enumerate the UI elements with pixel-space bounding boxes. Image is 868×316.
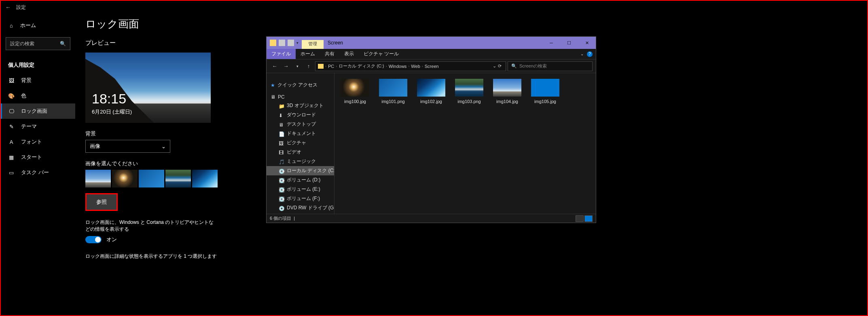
- nav-back-button[interactable]: ←: [270, 63, 279, 69]
- detail-text: ロック画面に詳細な状態を表示するアプリを 1 つ選択します: [85, 253, 218, 260]
- chevron-down-icon: ⌄: [161, 143, 166, 150]
- file-item[interactable]: img103.png: [454, 79, 484, 104]
- nav-up-button[interactable]: ↑: [304, 63, 313, 69]
- nav-start[interactable]: ▦スタート: [1, 150, 75, 165]
- home-link[interactable]: ⌂ ホーム: [1, 17, 75, 34]
- file-thumbnail: [417, 79, 445, 97]
- breadcrumb-item[interactable]: ローカル ディスク (C:): [339, 63, 384, 69]
- settings-search-input[interactable]: 設定の検索 🔍: [6, 37, 70, 50]
- hint-toggle[interactable]: オン: [85, 236, 218, 243]
- tree-item[interactable]: 💽ボリューム (D:): [267, 175, 334, 185]
- file-item[interactable]: img100.jpg: [340, 79, 370, 104]
- dvd-icon: 💿: [279, 206, 284, 211]
- tab-share[interactable]: 共有: [320, 49, 339, 59]
- explorer-body: ★クイック アクセス 🖥PC 📁3D オブジェクト ⬇ダウンロード 🖥デスクトッ…: [267, 73, 596, 214]
- settings-window: ← 設定 ⌂ ホーム 設定の検索 🔍 個人用設定 🖼背景 🎨色 🖵ロック画面 ✎…: [1, 1, 227, 315]
- start-icon: ▦: [8, 154, 15, 160]
- background-select[interactable]: 画像 ⌄: [85, 140, 170, 153]
- folder-icon[interactable]: [270, 40, 276, 46]
- pictures-icon: 🖼: [279, 141, 284, 145]
- preview-heading: プレビュー: [85, 39, 218, 47]
- nav-themes[interactable]: ✎テーマ: [1, 119, 75, 134]
- help-icon[interactable]: ?: [587, 51, 593, 57]
- explorer-titlebar[interactable]: ▾ 管理 Screen ─ ☐ ✕: [267, 37, 596, 49]
- nav-tree: ★クイック アクセス 🖥PC 📁3D オブジェクト ⬇ダウンロード 🖥デスクトッ…: [267, 73, 334, 214]
- tree-item[interactable]: 🎞ビデオ: [267, 147, 334, 157]
- document-icon: 📄: [279, 131, 284, 136]
- nav-history-icon[interactable]: ▾: [292, 64, 302, 68]
- download-icon: ⬇: [279, 113, 284, 118]
- refresh-icon[interactable]: ⟳: [498, 63, 502, 69]
- file-name: img105.jpg: [530, 99, 560, 104]
- nav-lockscreen[interactable]: 🖵ロック画面: [1, 103, 75, 119]
- tab-picture-tools[interactable]: ピクチャ ツール: [359, 49, 404, 59]
- search-icon: 🔍: [60, 41, 66, 46]
- tree-item[interactable]: 📄ドキュメント: [267, 129, 334, 138]
- breadcrumb-item[interactable]: Windows: [389, 64, 407, 69]
- drive-icon: 💽: [279, 196, 284, 201]
- choose-label: 画像を選んでください: [85, 160, 218, 167]
- tree-item[interactable]: 💽ボリューム (F:): [267, 194, 334, 203]
- file-item[interactable]: img104.jpg: [492, 79, 522, 104]
- icons-view-button[interactable]: [584, 215, 593, 222]
- quick-access-toolbar: ▾: [267, 37, 302, 49]
- preview-date: 6月20日 (土曜日): [92, 108, 132, 116]
- tree-item[interactable]: 🎵ミュージック: [267, 157, 334, 166]
- tree-item[interactable]: 📁3D オブジェクト: [267, 101, 334, 110]
- background-value: 画像: [90, 143, 100, 150]
- thumb-option[interactable]: [192, 170, 218, 187]
- thumb-option[interactable]: [85, 170, 111, 187]
- tab-home[interactable]: ホーム: [296, 49, 320, 59]
- thumb-option[interactable]: [112, 170, 138, 187]
- close-button[interactable]: ✕: [578, 37, 596, 49]
- tab-file[interactable]: ファイル: [267, 49, 296, 59]
- address-bar[interactable]: › PC› ローカル ディスク (C:)› Windows› Web› Scre…: [315, 61, 506, 71]
- tree-item[interactable]: 💿DVD RW ドライブ (G:): [267, 203, 334, 213]
- desktop-icon: 🖥: [279, 122, 284, 127]
- breadcrumb-item[interactable]: PC: [328, 64, 334, 69]
- toggle-knob: [95, 237, 101, 242]
- breadcrumb-item[interactable]: Screen: [425, 64, 439, 69]
- image-thumbnails: [85, 170, 218, 187]
- addr-dropdown-icon[interactable]: ⌄: [493, 63, 496, 69]
- file-item[interactable]: img102.jpg: [416, 79, 446, 104]
- browse-button[interactable]: 参照: [85, 193, 118, 211]
- hint-text: ロック画面に、Windows と Cortana のトリビアやヒントなどの情報を…: [85, 219, 218, 233]
- minimize-button[interactable]: ─: [542, 37, 560, 49]
- drive-icon: 💽: [279, 178, 284, 183]
- nav-fonts[interactable]: Aフォント: [1, 134, 75, 150]
- qat-icon[interactable]: [279, 40, 285, 46]
- search-icon: 🔍: [511, 63, 517, 69]
- file-item[interactable]: img105.jpg: [530, 79, 560, 104]
- nav-colors[interactable]: 🎨色: [1, 88, 75, 103]
- file-thumbnail: [379, 79, 407, 97]
- maximize-button[interactable]: ☐: [560, 37, 578, 49]
- nav-forward-button[interactable]: →: [281, 63, 291, 69]
- tree-pc[interactable]: 🖥PC: [267, 93, 334, 101]
- explorer-search-input[interactable]: 🔍 Screenの検索: [508, 61, 593, 71]
- nav-taskbar[interactable]: ▭タスク バー: [1, 165, 75, 180]
- ribbon-collapse-icon[interactable]: ⌄: [580, 52, 584, 56]
- search-placeholder: Screenの検索: [519, 63, 547, 69]
- tree-item-local-c[interactable]: 💽ローカル ディスク (C:): [267, 166, 334, 175]
- crumb-sep-icon: ›: [408, 64, 409, 68]
- breadcrumb-item[interactable]: Web: [411, 64, 420, 69]
- tree-quick-access[interactable]: ★クイック アクセス: [267, 80, 334, 90]
- tree-item[interactable]: 🖥デスクトップ: [267, 120, 334, 129]
- tree-item[interactable]: ⬇ダウンロード: [267, 110, 334, 120]
- ribbon-context-tab[interactable]: 管理: [302, 40, 324, 49]
- back-icon[interactable]: ←: [5, 4, 11, 11]
- nav-background[interactable]: 🖼背景: [1, 73, 75, 88]
- qat-dropdown-icon[interactable]: ▾: [296, 41, 299, 45]
- details-view-button[interactable]: [576, 215, 584, 222]
- lockscreen-preview: 18:15 6月20日 (土曜日): [85, 53, 211, 123]
- qat-icon[interactable]: [288, 40, 294, 46]
- file-item[interactable]: img101.png: [378, 79, 408, 104]
- tree-item[interactable]: 💽ボリューム (E:): [267, 185, 334, 194]
- file-list[interactable]: img100.jpg img101.png img102.jpg img103.…: [334, 73, 596, 214]
- tab-view[interactable]: 表示: [339, 49, 359, 59]
- file-name: img101.png: [378, 99, 408, 104]
- thumb-option[interactable]: [165, 170, 191, 187]
- thumb-option[interactable]: [139, 170, 164, 187]
- tree-item[interactable]: 🖼ピクチャ: [267, 138, 334, 147]
